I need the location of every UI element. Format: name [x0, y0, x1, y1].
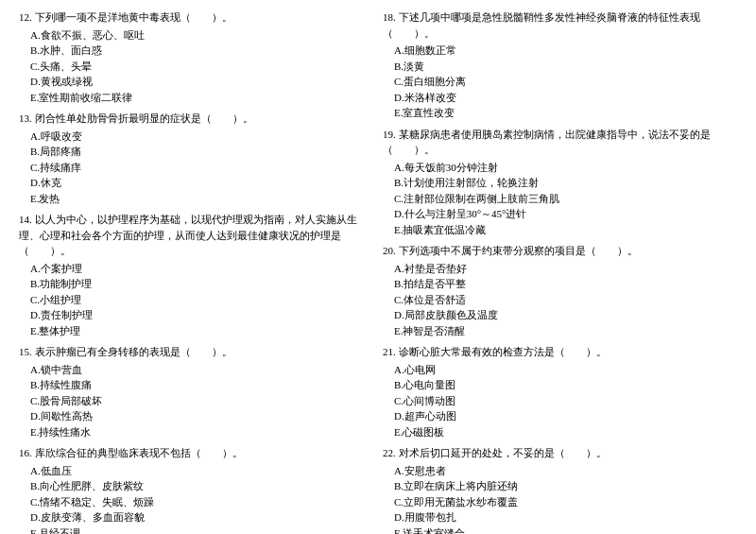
q18-opt-c: C.蛋白细胞分离	[383, 74, 737, 90]
q12-title: 12. 下列哪一项不是洋地黄中毒表现（ ）。	[19, 9, 373, 26]
q13-opt-c: C.持续痛痒	[19, 160, 373, 176]
q14-opt-e: E.整体护理	[19, 323, 373, 339]
q15-title: 15. 表示肿瘤已有全身转移的表现是（ ）。	[19, 344, 373, 360]
q20-opt-b: B.拍结是否平整	[383, 276, 737, 292]
q18-opt-d: D.米洛样改变	[383, 90, 737, 106]
q22-opt-c: C.立即用无菌盐水纱布覆盖	[383, 494, 737, 510]
q19-title: 19. 某糖尿病患者使用胰岛素控制病情，出院健康指导中，说法不妥的是（ ）。	[383, 127, 737, 158]
q13-opt-d: D.休克	[19, 175, 373, 191]
q21-opt-b: B.心电向量图	[383, 377, 737, 393]
question-18: 18. 下述几项中哪项是急性脱髓鞘性多发性神经炎脑脊液的特征性表现（ ）。 A.…	[383, 9, 737, 121]
q14-opt-b: B.功能制护理	[19, 276, 373, 292]
q14-title: 14. 以人为中心，以护理程序为基础，以现代护理观为指南，对人实施从生理、心理和…	[19, 212, 373, 259]
q13-title: 13. 闭合性单处肋骨骨折最明显的症状是（ ）。	[19, 111, 373, 127]
q19-opt-e: E.抽吸素宜低温冷藏	[383, 222, 737, 238]
q19-opt-a: A.每天饭前30分钟注射	[383, 160, 737, 176]
q22-title: 22. 对术后切口延开的处处，不妥的是（ ）。	[383, 445, 737, 461]
question-22: 22. 对术后切口延开的处处，不妥的是（ ）。 A.安慰患者 B.立即在病床上将…	[383, 445, 737, 534]
q22-opt-a: A.安慰患者	[383, 463, 737, 479]
question-16: 16. 库欣综合征的典型临床表现不包括（ ）。 A.低血压 B.向心性肥胖、皮肤…	[19, 445, 373, 534]
q18-opt-a: A.细胞数正常	[383, 43, 737, 59]
q12-opt-d: D.黄视或绿视	[19, 74, 373, 90]
q12-opt-b: B.水肿、面白惑	[19, 43, 373, 59]
q16-opt-d: D.皮肤变薄、多血面容貌	[19, 509, 373, 525]
q16-opt-e: E.月经不调	[19, 525, 373, 535]
q19-opt-c: C.注射部位限制在两侧上肢前三角肌	[383, 191, 737, 207]
q18-title: 18. 下述几项中哪项是急性脱髓鞘性多发性神经炎脑脊液的特征性表现（ ）。	[383, 9, 737, 41]
q19-opt-b: B.计划使用注射部位，轮换注射	[383, 175, 737, 191]
q22-opt-b: B.立即在病床上将内脏还纳	[383, 478, 737, 494]
q16-opt-b: B.向心性肥胖、皮肤紫纹	[19, 478, 373, 494]
q12-opt-e: E.室性期前收缩二联律	[19, 90, 373, 106]
q14-opt-c: C.小组护理	[19, 292, 373, 308]
q13-opt-b: B.局部疼痛	[19, 144, 373, 160]
q15-opt-e: E.持续性痛水	[19, 424, 373, 440]
q13-opt-e: E.发热	[19, 191, 373, 207]
q18-opt-e: E.室直性改变	[383, 105, 737, 121]
question-21: 21. 诊断心脏大常最有效的检查方法是（ ）。 A.心电网 B.心电向量图 C.…	[383, 344, 737, 439]
q14-opt-d: D.责任制护理	[19, 307, 373, 323]
q21-opt-d: D.超声心动图	[383, 408, 737, 424]
left-column: 12. 下列哪一项不是洋地黄中毒表现（ ）。 A.食欲不振、恶心、呕吐 B.水肿…	[19, 9, 373, 534]
question-20: 20. 下列选项中不属于约束带分观察的项目是（ ）。 A.衬垫是否垫好 B.拍结…	[383, 243, 737, 338]
q21-opt-e: E.心磁图板	[383, 424, 737, 440]
q15-opt-b: B.持续性腹痛	[19, 377, 373, 393]
q14-opt-a: A.个案护理	[19, 261, 373, 277]
question-14: 14. 以人为中心，以护理程序为基础，以现代护理观为指南，对人实施从生理、心理和…	[19, 212, 373, 338]
q22-opt-d: D.用腹带包扎	[383, 509, 737, 525]
q16-title: 16. 库欣综合征的典型临床表现不包括（ ）。	[19, 445, 373, 461]
q21-opt-c: C.心间博动图	[383, 393, 737, 409]
question-12: 12. 下列哪一项不是洋地黄中毒表现（ ）。 A.食欲不振、恶心、呕吐 B.水肿…	[19, 9, 373, 105]
q20-opt-a: A.衬垫是否垫好	[383, 261, 737, 277]
q15-opt-a: A.锁中营血	[19, 362, 373, 378]
q20-opt-c: C.体位是否舒适	[383, 292, 737, 308]
q21-title: 21. 诊断心脏大常最有效的检查方法是（ ）。	[383, 344, 737, 360]
q22-opt-e: E.送手术室缝合	[383, 525, 737, 535]
q16-opt-a: A.低血压	[19, 463, 373, 479]
q12-opt-c: C.头痛、头晕	[19, 59, 373, 75]
question-13: 13. 闭合性单处肋骨骨折最明显的症状是（ ）。 A.呼吸改变 B.局部疼痛 C…	[19, 111, 373, 206]
q16-opt-c: C.情绪不稳定、失眠、烦躁	[19, 494, 373, 510]
q20-opt-e: E.神智是否清醒	[383, 323, 737, 339]
q20-opt-d: D.局部皮肤颜色及温度	[383, 307, 737, 323]
q20-title: 20. 下列选项中不属于约束带分观察的项目是（ ）。	[383, 243, 737, 259]
question-15: 15. 表示肿瘤已有全身转移的表现是（ ）。 A.锁中营血 B.持续性腹痛 C.…	[19, 344, 373, 439]
q21-opt-a: A.心电网	[383, 362, 737, 378]
q12-opt-a: A.食欲不振、恶心、呕吐	[19, 27, 373, 43]
q15-opt-d: D.间歇性高热	[19, 408, 373, 424]
q13-opt-a: A.呼吸改变	[19, 129, 373, 145]
q15-opt-c: C.股骨局部破坏	[19, 393, 373, 409]
q19-opt-d: D.什么与注射呈30°～45°进针	[383, 206, 737, 222]
q18-opt-b: B.淡黄	[383, 59, 737, 75]
question-19: 19. 某糖尿病患者使用胰岛素控制病情，出院健康指导中，说法不妥的是（ ）。 A…	[383, 127, 737, 238]
right-column: 18. 下述几项中哪项是急性脱髓鞘性多发性神经炎脑脊液的特征性表现（ ）。 A.…	[383, 9, 737, 534]
